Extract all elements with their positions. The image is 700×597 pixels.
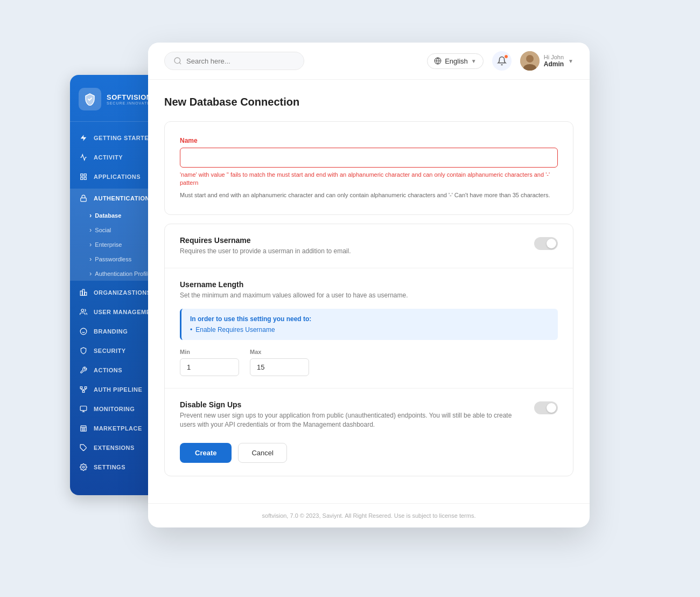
max-field: Max bbox=[250, 349, 309, 376]
user-profile[interactable]: Hi John Admin ▼ bbox=[520, 51, 573, 71]
cancel-button[interactable]: Cancel bbox=[238, 443, 286, 463]
footer-text: softvision, 7.0 © 2023, Saviynt. All Rig… bbox=[262, 512, 476, 519]
disable-signups-desc: Prevent new user sign ups to your applic… bbox=[180, 411, 523, 429]
info-box-item: Enable Requires Username bbox=[190, 326, 549, 334]
user-role: Admin bbox=[544, 60, 564, 68]
disable-signups-header: Disable Sign Ups Prevent new user sign u… bbox=[180, 400, 558, 429]
main-card: English ▼ bbox=[148, 43, 590, 527]
svg-rect-6 bbox=[82, 289, 85, 295]
search-box[interactable] bbox=[164, 52, 304, 70]
disable-signups-title: Disable Sign Ups bbox=[180, 400, 523, 409]
globe-icon bbox=[434, 57, 442, 65]
svg-point-19 bbox=[174, 58, 180, 64]
svg-rect-5 bbox=[80, 291, 82, 295]
requires-username-toggle[interactable] bbox=[534, 237, 558, 250]
svg-rect-11 bbox=[85, 387, 87, 389]
notifications-button[interactable] bbox=[492, 51, 512, 71]
page-title: New Database Connection bbox=[164, 96, 573, 108]
search-input[interactable] bbox=[186, 57, 295, 65]
header: English ▼ bbox=[148, 43, 590, 80]
svg-point-18 bbox=[82, 466, 85, 468]
toggle-track bbox=[534, 237, 558, 250]
settings-card: Requires Username Requires the user to p… bbox=[164, 224, 573, 476]
org-icon bbox=[79, 288, 88, 297]
validation-error: 'name' with value '' fails to match the … bbox=[180, 171, 558, 188]
disable-toggle-thumb bbox=[547, 403, 556, 413]
info-box: In order to use this setting you need to… bbox=[180, 309, 558, 340]
svg-line-20 bbox=[179, 63, 181, 64]
requires-username-desc: Requires the user to provide a userman i… bbox=[180, 247, 523, 256]
language-label: English bbox=[445, 57, 468, 65]
logo-icon bbox=[79, 88, 101, 110]
pipeline-icon bbox=[79, 385, 88, 394]
disable-signups-info: Disable Sign Ups Prevent new user sign u… bbox=[180, 400, 523, 429]
grid-icon bbox=[79, 172, 88, 182]
svg-rect-1 bbox=[84, 174, 86, 176]
requires-username-info: Requires Username Requires the user to p… bbox=[180, 236, 523, 256]
shield-icon bbox=[79, 346, 88, 356]
create-button[interactable]: Create bbox=[180, 443, 232, 463]
svg-rect-12 bbox=[82, 391, 85, 393]
min-input[interactable] bbox=[180, 358, 239, 376]
actions-icon bbox=[79, 365, 88, 375]
name-field-section: Name 'name' with value '' fails to match… bbox=[164, 121, 573, 215]
min-max-row: Min Max bbox=[180, 349, 558, 376]
username-length-desc: Set the minimum and maximum values allow… bbox=[180, 291, 558, 300]
svg-rect-13 bbox=[80, 406, 87, 411]
username-length-section: Username Length Set the minimum and maxi… bbox=[165, 268, 573, 388]
notification-dot bbox=[504, 54, 508, 59]
market-icon bbox=[79, 424, 88, 433]
svg-rect-7 bbox=[85, 292, 87, 295]
info-box-title: In order to use this setting you need to… bbox=[190, 315, 549, 323]
requires-username-row: Requires Username Requires the user to p… bbox=[165, 224, 573, 268]
disable-toggle-track bbox=[534, 401, 558, 414]
svg-point-9 bbox=[80, 328, 87, 335]
users-icon bbox=[79, 307, 88, 317]
svg-rect-4 bbox=[81, 198, 87, 201]
user-greeting: Hi John bbox=[544, 54, 564, 60]
disable-signups-toggle[interactable] bbox=[534, 401, 558, 414]
name-input[interactable] bbox=[180, 148, 558, 168]
user-info: Hi John Admin bbox=[544, 54, 564, 68]
auth-icon bbox=[79, 193, 88, 203]
svg-rect-3 bbox=[84, 177, 86, 179]
extensions-icon bbox=[79, 443, 88, 453]
username-length-title: Username Length bbox=[180, 280, 558, 289]
user-chevron-icon: ▼ bbox=[568, 58, 573, 64]
branding-icon bbox=[79, 327, 88, 336]
min-label: Min bbox=[180, 349, 239, 355]
svg-point-8 bbox=[81, 309, 84, 312]
requires-username-title: Requires Username bbox=[180, 236, 523, 245]
toggle-thumb bbox=[547, 239, 556, 248]
activity-icon bbox=[79, 152, 88, 162]
max-input[interactable] bbox=[250, 358, 309, 376]
svg-rect-0 bbox=[81, 174, 83, 176]
monitor-icon bbox=[79, 404, 88, 414]
page-content: New Database Connection Name 'name' with… bbox=[148, 80, 590, 503]
disable-signups-section: Disable Sign Ups Prevent new user sign u… bbox=[165, 388, 573, 443]
settings-icon bbox=[79, 462, 88, 472]
footer: softvision, 7.0 © 2023, Saviynt. All Rig… bbox=[148, 503, 590, 527]
header-right: English ▼ bbox=[427, 51, 573, 71]
min-field: Min bbox=[180, 349, 239, 376]
language-selector[interactable]: English ▼ bbox=[427, 53, 484, 69]
max-label: Max bbox=[250, 349, 309, 355]
svg-point-24 bbox=[526, 55, 534, 63]
action-buttons: Create Cancel bbox=[165, 443, 573, 476]
field-hint: Must start and end with an alphanumeric … bbox=[180, 191, 558, 200]
lang-chevron-icon: ▼ bbox=[471, 58, 477, 64]
search-icon bbox=[173, 57, 182, 65]
svg-rect-10 bbox=[80, 387, 82, 389]
bolt-icon bbox=[79, 133, 88, 143]
avatar bbox=[520, 51, 540, 71]
name-label: Name bbox=[180, 137, 558, 144]
svg-rect-2 bbox=[81, 177, 83, 179]
